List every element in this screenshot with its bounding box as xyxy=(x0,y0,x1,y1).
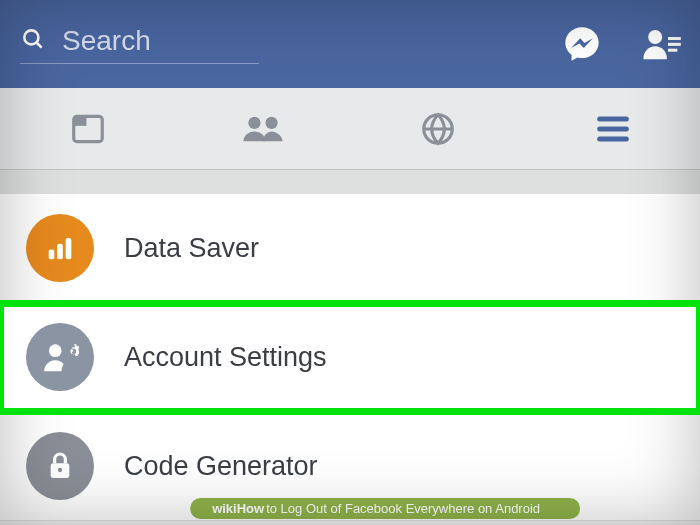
menu-item-label: Data Saver xyxy=(124,233,259,264)
svg-rect-3 xyxy=(668,37,681,40)
tab-notifications[interactable] xyxy=(350,88,525,169)
menu-item-label: Code Generator xyxy=(124,451,318,482)
search-input[interactable] xyxy=(62,25,259,57)
svg-rect-4 xyxy=(668,43,681,46)
caption-text: to Log Out of Facebook Everywhere on And… xyxy=(266,501,540,516)
svg-point-8 xyxy=(248,116,260,128)
search-field[interactable] xyxy=(20,25,259,64)
search-icon xyxy=(20,26,46,56)
messenger-icon[interactable] xyxy=(562,24,602,64)
tab-bar xyxy=(0,88,700,170)
person-gear-icon xyxy=(26,323,94,391)
svg-rect-5 xyxy=(668,49,677,52)
svg-point-19 xyxy=(58,468,62,472)
svg-rect-15 xyxy=(57,244,63,260)
wikihow-caption: wikiHow to Log Out of Facebook Everywher… xyxy=(190,498,580,519)
svg-rect-14 xyxy=(49,249,55,259)
svg-line-1 xyxy=(36,42,41,47)
svg-point-2 xyxy=(648,30,662,44)
bar-chart-icon xyxy=(26,214,94,282)
caption-brand-how: How xyxy=(237,501,264,516)
svg-point-0 xyxy=(24,30,38,44)
menu-item-data-saver[interactable]: Data Saver xyxy=(0,194,700,303)
menu-item-label: Account Settings xyxy=(124,342,327,373)
menu-list: Data Saver Account Settings Code Generat… xyxy=(0,170,700,521)
menu-item-account-settings[interactable]: Account Settings xyxy=(0,303,700,412)
svg-rect-16 xyxy=(66,238,72,259)
tab-newsfeed[interactable] xyxy=(0,88,175,169)
tab-friends[interactable] xyxy=(175,88,350,169)
svg-point-17 xyxy=(49,344,62,357)
friend-requests-icon[interactable] xyxy=(640,23,682,65)
tab-menu[interactable] xyxy=(525,88,700,169)
app-header xyxy=(0,0,700,88)
svg-rect-7 xyxy=(73,116,86,126)
svg-point-9 xyxy=(265,116,277,128)
caption-brand-wiki: wiki xyxy=(212,501,237,516)
lock-icon xyxy=(26,432,94,500)
